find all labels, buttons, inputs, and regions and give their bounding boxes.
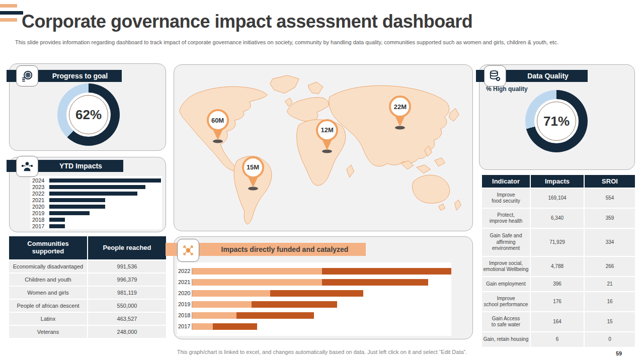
catalyzed-segment-2022	[322, 268, 452, 275]
funded-segment-2021	[192, 279, 322, 286]
sroi-value: 16	[585, 292, 635, 311]
funded-chart-row: 2019	[177, 299, 451, 310]
community-label: People of african descent	[9, 300, 87, 312]
ytd-bar-chart[interactable]: 20242023202220212020201920182017	[30, 176, 162, 229]
funded-chart-row: 2017	[177, 321, 451, 332]
deco-bar-top	[0, 4, 17, 8]
catalyzed-segment-2018	[236, 312, 314, 319]
sroi-value: 334	[585, 229, 635, 256]
table-row: Improve school performance17616	[482, 292, 635, 311]
map-pin-south-america[interactable]: 15M	[241, 156, 265, 189]
table-row: People of african descent550,000	[9, 300, 166, 312]
column-header: Indicator	[482, 175, 530, 188]
ytd-bar-2017	[49, 224, 65, 228]
indicator-label: Gain, retain housing	[482, 332, 530, 347]
sroi-value: 554	[585, 189, 635, 208]
ytd-bar-2023	[49, 185, 145, 189]
ytd-bar-track	[49, 198, 161, 202]
target-goal-icon	[16, 65, 38, 86]
table-row: Latinx463,527	[9, 313, 166, 325]
ytd-bar-track	[49, 178, 161, 183]
communities-table-header: Communities supportedPeople reached	[9, 236, 166, 259]
ytd-chart-row: 2022	[32, 190, 161, 197]
donut-center: 71%	[537, 102, 576, 141]
impacts-value: 71,929	[531, 229, 584, 256]
quality-title: Data Quality	[527, 72, 569, 80]
funded-header: Impacts directly funded and catalyzed	[174, 243, 366, 256]
funded-year-label: 2022	[177, 268, 192, 274]
ytd-bar-2018	[49, 218, 65, 222]
table-row: Improve social, emotional Wellbeing4,788…	[482, 257, 635, 276]
funded-year-label: 2017	[177, 323, 192, 329]
funded-segment-2018	[192, 312, 236, 319]
people-reached-value: 463,527	[88, 313, 166, 325]
funded-segment-2019	[192, 301, 252, 308]
quality-donut-chart[interactable]: 71%	[525, 90, 588, 152]
column-header: SROI	[585, 175, 635, 188]
funded-bar-track	[192, 268, 451, 275]
funded-stacked-bar-chart[interactable]: 202220212020201920182017	[177, 262, 451, 336]
ytd-chart-row: 2020	[32, 203, 161, 210]
funded-chart-row: 2020	[177, 288, 451, 299]
map-pin-africa[interactable]: 12M	[315, 119, 339, 151]
catalyzed-segment-2020	[270, 290, 363, 297]
table-row: Gain Safe and affirming environment71,92…	[482, 229, 635, 256]
deco-bar-bottom	[0, 18, 17, 22]
ytd-bar-track	[49, 224, 161, 228]
table-row: Improve food security169,104554	[482, 189, 635, 208]
ytd-chart-row: 2021	[32, 197, 161, 203]
community-label: Economically disadvantaged	[9, 260, 87, 273]
page-title: Corporate governance impact assessment d…	[22, 11, 472, 32]
catalyzed-segment-2017	[213, 323, 257, 330]
map-pin-asia[interactable]: 22M	[388, 96, 412, 128]
footer-note: This graph/chart is linked to excel, and…	[0, 349, 644, 355]
sroi-value: 15	[585, 312, 635, 331]
funded-title: Impacts directly funded and catalyzed	[221, 245, 349, 253]
funded-bar-track	[192, 279, 451, 286]
impacts-value: 4,788	[531, 257, 584, 276]
map-pin-north-america[interactable]: 60M	[206, 109, 230, 141]
funded-chart-row: 2018	[177, 310, 451, 321]
page-number: 59	[616, 350, 622, 356]
world-map-card[interactable]: 60M15M12M22M	[174, 64, 473, 231]
community-label: Latinx	[9, 313, 87, 325]
ytd-chart-row: 2017	[32, 223, 161, 229]
community-label: Women and girls	[9, 287, 87, 299]
table-row: Gain, retain housing60	[482, 332, 635, 347]
funded-segment-2020	[192, 290, 270, 297]
ytd-year-label: 2023	[32, 184, 49, 190]
table-row: Children and youth996,379	[9, 274, 166, 286]
ytd-year-label: 2021	[32, 197, 49, 203]
ytd-bar-2024	[49, 178, 161, 183]
table-row: Protect, improve health6,340359	[482, 209, 635, 228]
communities-supported-table[interactable]: Communities supportedPeople reachedEcono…	[9, 236, 166, 338]
ytd-year-label: 2022	[32, 191, 49, 197]
progress-title: Progress to goal	[52, 72, 108, 80]
funded-year-label: 2021	[177, 279, 192, 285]
impacts-value: 6,340	[531, 209, 584, 228]
donut-center: 62%	[69, 95, 108, 134]
ytd-bar-2020	[49, 205, 105, 209]
progress-donut-chart[interactable]: 62%	[57, 83, 120, 146]
table-row: Gain employment39621	[482, 277, 635, 291]
map-pin-value: 60M	[207, 109, 229, 131]
community-label: Children and youth	[9, 274, 87, 286]
indicator-table-header: IndicatorImpactsSROI	[482, 175, 635, 188]
funded-chart-row: 2021	[177, 277, 451, 288]
funded-year-label: 2020	[177, 290, 192, 296]
people-reached-value: 550,000	[88, 300, 166, 312]
impacts-value: 396	[531, 277, 584, 291]
people-network-icon	[16, 156, 38, 177]
ytd-bar-track	[49, 192, 161, 196]
ytd-year-label: 2024	[32, 177, 49, 184]
ytd-bar-track	[49, 205, 161, 209]
indicator-label: Protect, improve health	[482, 209, 530, 228]
ytd-chart-row: 2018	[32, 216, 161, 223]
map-pin-layer: 60M15M12M22M	[174, 65, 472, 231]
ytd-year-label: 2019	[32, 210, 49, 216]
indicator-table[interactable]: IndicatorImpactsSROIImprove food securit…	[482, 175, 635, 347]
impacts-value: 6	[531, 332, 584, 347]
column-header: Communities supported	[9, 236, 87, 259]
map-pin-value: 22M	[389, 96, 411, 118]
community-label: Veterans	[9, 326, 87, 338]
